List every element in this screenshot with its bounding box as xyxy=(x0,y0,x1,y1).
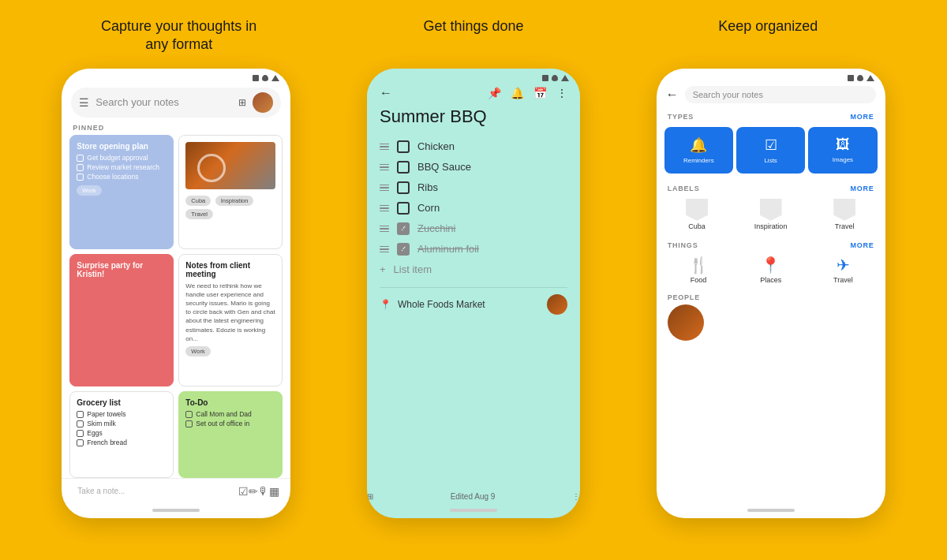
note-surprise-party[interactable]: Surprise party for Kristin! xyxy=(69,254,174,386)
org-search-bar[interactable]: Search your notes xyxy=(685,86,876,103)
bbq-checkbox-3[interactable] xyxy=(397,181,410,194)
take-note-text: Take a note... xyxy=(73,487,238,495)
mic-icon[interactable]: 🎙 xyxy=(258,485,269,498)
pin-icon[interactable]: 📌 xyxy=(488,87,501,99)
archive-icon[interactable]: 📅 xyxy=(533,87,547,99)
bbq-item-chicken: Chicken xyxy=(380,136,567,157)
label-travel[interactable]: Travel xyxy=(833,199,855,230)
label-cuba-text: Cuba xyxy=(686,222,708,230)
bbq-checkbox-6[interactable] xyxy=(397,243,410,256)
drag-handle-4 xyxy=(380,205,389,212)
note-store-opening[interactable]: Store opening plan Get budget approval R… xyxy=(69,135,174,249)
types-row: 🔔 Reminders ☑ Lists 🖼 Images xyxy=(657,124,885,180)
things-section-label: THINGS MORE xyxy=(657,237,885,252)
bbq-item-zucchini: Zucchini xyxy=(380,218,567,239)
bbq-title: Summer BBQ xyxy=(380,106,567,127)
signal-icon-3 xyxy=(867,75,874,81)
drag-handle xyxy=(380,144,389,151)
more-footer-icon[interactable]: ⋮ xyxy=(572,492,580,501)
add-list-icon[interactable]: ⊞ xyxy=(367,492,373,501)
note-todo[interactable]: To-Do Call Mom and Dad Set out of office… xyxy=(178,391,283,478)
type-images-btn[interactable]: 🖼 Images xyxy=(808,127,877,174)
signal-icon-2 xyxy=(561,75,569,81)
notes-grid: Store opening plan Get budget approval R… xyxy=(62,135,290,478)
heading-center: Get things done xyxy=(326,17,620,54)
signal-icon-1 xyxy=(271,75,279,81)
bbq-item-bbqsauce: BBQ Sauce xyxy=(380,157,567,177)
bbq-checkbox-4[interactable] xyxy=(397,202,410,215)
drag-handle-6 xyxy=(380,246,389,253)
bbq-checkbox-1[interactable] xyxy=(397,140,410,153)
bbq-checkbox-5[interactable] xyxy=(397,222,410,235)
phone-3: ← Search your notes TYPES MORE 🔔 Reminde… xyxy=(657,69,885,518)
bell-type-icon: 🔔 xyxy=(669,136,728,154)
check-icon[interactable]: ☑ xyxy=(238,485,249,498)
people-avatar xyxy=(668,304,704,341)
back-arrow-icon[interactable]: ← xyxy=(380,86,392,100)
label-cuba[interactable]: Cuba xyxy=(686,199,708,230)
bbq-item-text-3: Ribs xyxy=(417,181,438,193)
home-indicator-1 xyxy=(152,509,200,512)
wifi-icon-2 xyxy=(552,75,558,81)
bbq-location-text: Whole Foods Market xyxy=(398,299,485,310)
thing-food[interactable]: 🍴 Food xyxy=(689,256,709,284)
label-travel-text: Travel xyxy=(833,222,855,230)
search-bar-1[interactable]: ☰ Search your notes ⊞ xyxy=(71,88,281,118)
bell-icon[interactable]: 🔔 xyxy=(511,87,524,99)
bbq-top-bar: ← 📌 🔔 📅 ⋮ xyxy=(380,83,567,106)
note-client-meeting[interactable]: Notes from client meeting We need to ret… xyxy=(178,254,283,386)
note-item-3: Choose locations xyxy=(77,173,167,181)
label-shape-travel xyxy=(833,199,855,221)
search-placeholder-1: Search your notes xyxy=(95,96,232,108)
note-body-meeting: We need to rethink how we handle user ex… xyxy=(185,282,275,343)
pencil-icon[interactable]: ✏ xyxy=(249,485,258,498)
home-indicator-3 xyxy=(747,509,795,512)
drag-handle-2 xyxy=(380,164,389,171)
bbq-footer: ⊞ Edited Aug 9 ⋮ xyxy=(367,486,580,504)
type-lists-label: Lists xyxy=(741,157,800,164)
bbq-avatar xyxy=(547,294,567,315)
people-section-label: PEOPLE xyxy=(657,290,885,304)
thing-places-text: Places xyxy=(760,276,781,284)
thing-travel-text: Travel xyxy=(833,276,853,284)
status-bar-3 xyxy=(657,69,885,83)
wifi-icon-3 xyxy=(857,75,863,81)
labels-more-btn[interactable]: MORE xyxy=(850,185,874,192)
bbq-checkbox-2[interactable] xyxy=(397,161,410,174)
bbq-add-item[interactable]: + List item xyxy=(380,259,567,279)
type-lists-btn[interactable]: ☑ Lists xyxy=(736,127,805,174)
type-images-label: Images xyxy=(813,156,872,163)
type-reminders-btn[interactable]: 🔔 Reminders xyxy=(664,127,733,174)
places-icon: 📍 xyxy=(760,256,781,274)
back-arrow-icon-3[interactable]: ← xyxy=(666,88,679,102)
bbq-item-text-5: Zucchini xyxy=(417,222,455,234)
bbq-item-corn: Corn xyxy=(380,198,567,218)
tag-inspiration: Inspiration xyxy=(215,196,254,206)
note-grocery[interactable]: Grocery list Paper towels Skim milk Eggs… xyxy=(69,391,174,478)
label-inspiration[interactable]: Inspiration xyxy=(754,199,788,230)
thing-travel[interactable]: ✈ Travel xyxy=(833,256,853,284)
bottom-bar-1: Take a note... ☑ ✏ 🎙 ▦ xyxy=(62,478,290,504)
image-icon[interactable]: ▦ xyxy=(269,485,279,498)
grocery-item-2: Skim milk xyxy=(77,420,167,427)
status-icon-1 xyxy=(253,75,259,81)
grocery-item-3: Eggs xyxy=(77,429,167,437)
note-title-meeting: Notes from client meeting xyxy=(185,261,275,278)
edited-label: Edited Aug 9 xyxy=(451,492,496,501)
note-car-photo[interactable]: Cuba Inspiration Travel xyxy=(178,135,283,249)
label-shape-inspiration xyxy=(760,199,782,221)
things-more-btn[interactable]: MORE xyxy=(850,241,874,249)
tag-travel: Travel xyxy=(185,209,213,219)
bbq-top-icons: 📌 🔔 📅 ⋮ xyxy=(488,87,567,99)
more-icon[interactable]: ⋮ xyxy=(556,87,567,99)
car-image xyxy=(185,142,275,189)
type-reminders-label: Reminders xyxy=(669,157,728,164)
types-more-btn[interactable]: MORE xyxy=(850,113,874,121)
bbq-content: ← 📌 🔔 📅 ⋮ Summer BBQ Chicken BBQ Sauce xyxy=(367,83,580,486)
thing-places[interactable]: 📍 Places xyxy=(760,256,781,284)
bbq-item-text-6: Aluminum foil xyxy=(417,243,479,255)
types-label: TYPES xyxy=(668,113,694,121)
heading-left: Capture your thoughts inany format xyxy=(32,17,326,54)
label-shape-cuba xyxy=(686,199,708,221)
bbq-item-ribs: Ribs xyxy=(380,177,567,198)
